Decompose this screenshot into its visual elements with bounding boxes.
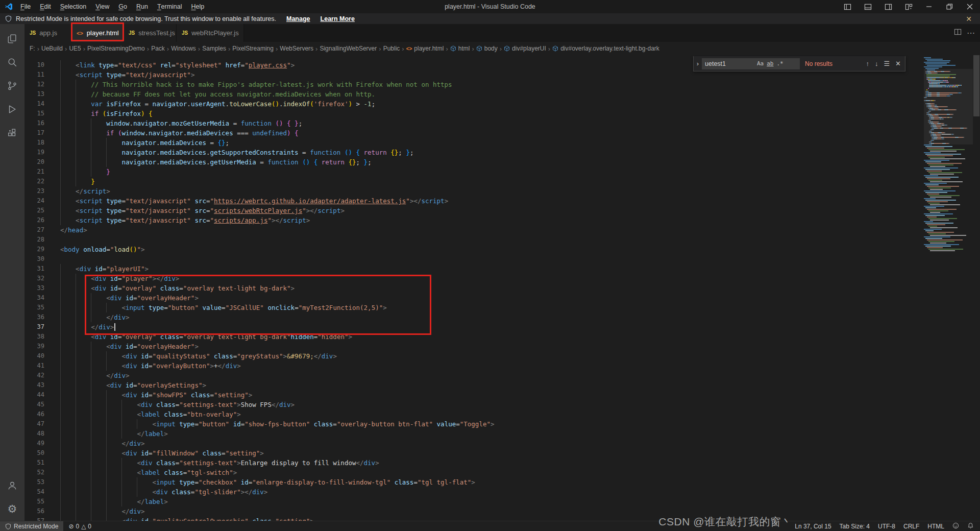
code-line-47[interactable]: 47<input type="button" id="show-fps-butt… (24, 419, 980, 429)
code-line-38[interactable]: 38<div id="overlay" class="overlay text-… (24, 332, 980, 342)
code-line-39[interactable]: 39<div id="overlayHeader"> (24, 342, 980, 351)
search-icon[interactable] (0, 51, 24, 74)
code-line-37[interactable]: 37</div> (24, 322, 980, 332)
more-actions-icon[interactable]: ⋯ (967, 28, 975, 38)
breadcrumb-symbol[interactable]: div#overlay.overlay.text-light.bg-dark (552, 45, 659, 52)
code-line-22[interactable]: 22} (24, 177, 980, 186)
code-line-57[interactable]: 57<div id="qualityControlOwnership" clas… (24, 516, 980, 521)
code-line-49[interactable]: 49</div> (24, 439, 980, 448)
code-line-30[interactable]: 30 (24, 254, 980, 264)
breadcrumb-symbol[interactable]: body (476, 45, 498, 52)
code-line-19[interactable]: 19navigator.mediaDevices.getSupportedCon… (24, 148, 980, 157)
breadcrumb-item[interactable]: PixelStreaming (232, 45, 274, 52)
customize-layout-icon[interactable] (898, 0, 919, 13)
settings-gear-icon[interactable]: ⚙ (0, 497, 24, 521)
scrollbar-thumb[interactable] (973, 55, 979, 116)
code-line-15[interactable]: 15if (isFirefox) { (24, 109, 980, 118)
breadcrumb-file[interactable]: <>player.html (406, 45, 444, 52)
toggle-secondary-sidebar-icon[interactable] (878, 0, 898, 13)
code-line-17[interactable]: 17if (window.navigator.mediaDevices === … (24, 128, 980, 138)
minimize-button[interactable] (919, 0, 939, 13)
breadcrumb-item[interactable]: Samples (202, 45, 226, 52)
breadcrumb-symbol[interactable]: div#playerUI (504, 45, 546, 52)
code-line-55[interactable]: 55</label> (24, 497, 980, 506)
language-mode-status[interactable]: HTML (927, 523, 944, 530)
learn-more-link[interactable]: Learn More (321, 15, 355, 22)
code-line-42[interactable]: 42</div> (24, 371, 980, 380)
code-line-36[interactable]: 36</div> (24, 312, 980, 322)
code-line-20[interactable]: 20navigator.mediaDevices.getUserMedia = … (24, 157, 980, 167)
code-line-50[interactable]: 50<div id="fillWindow" class="setting"> (24, 448, 980, 458)
code-line-53[interactable]: 53<input type="checkbox" id="enlarge-dis… (24, 477, 980, 487)
menu-go[interactable]: Go (114, 0, 132, 13)
code-line-40[interactable]: 40<div id="qualityStatus" class="greySta… (24, 351, 980, 361)
split-editor-icon[interactable] (954, 28, 962, 38)
code-line-14[interactable]: 14var isFirefox = navigator.userAgent.to… (24, 99, 980, 109)
code-line-46[interactable]: 46<label class="btn-overlay"> (24, 409, 980, 419)
menu-terminal[interactable]: Terminal (153, 0, 187, 13)
close-window-button[interactable] (960, 0, 980, 13)
code-line-44[interactable]: 44<div id="showFPS" class="setting"> (24, 390, 980, 400)
regex-icon[interactable]: .* (777, 60, 783, 67)
breadcrumb-item[interactable]: F: (30, 45, 35, 52)
code-line-56[interactable]: 56</div> (24, 506, 980, 516)
eol-status[interactable]: CRLF (903, 523, 919, 530)
run-debug-icon[interactable] (0, 98, 24, 121)
breadcrumb-item[interactable]: UeBuild (41, 45, 63, 52)
toggle-replace-icon[interactable]: › (694, 56, 702, 71)
code-line-54[interactable]: 54<div class="tgl-slider"></div> (24, 487, 980, 497)
code-line-32[interactable]: 32<div id="player"></div> (24, 274, 980, 283)
menu-help[interactable]: Help (187, 0, 209, 13)
breadcrumb-item[interactable]: PixelStreamingDemo (87, 45, 145, 52)
code-line-41[interactable]: 41<div id="overlayButton">+</div> (24, 361, 980, 371)
code-line-27[interactable]: 27</head> (24, 225, 980, 235)
restore-button[interactable] (939, 0, 960, 13)
encoding-status[interactable]: UTF-8 (878, 523, 895, 530)
breadcrumb-item[interactable]: WebServers (280, 45, 313, 52)
feedback-smiley-icon[interactable] (952, 522, 959, 530)
code-line-21[interactable]: 21} (24, 167, 980, 177)
code-line-16[interactable]: 16window.navigator.mozGetUserMedia = fun… (24, 118, 980, 128)
source-control-icon[interactable] (0, 74, 24, 98)
menu-file[interactable]: File (16, 0, 35, 13)
breadcrumb-item[interactable]: SignallingWebServer (320, 45, 377, 52)
code-line-25[interactable]: 25<script type="text/javascript" src="sc… (24, 206, 980, 215)
tab-webRtcPlayer.js[interactable]: JSwebRtcPlayer.js (177, 24, 244, 42)
close-banner-icon[interactable]: ✕ (966, 15, 972, 23)
vertical-scrollbar[interactable] (973, 55, 980, 521)
find-in-selection-icon[interactable]: ☰ (884, 60, 890, 67)
tab-app.js[interactable]: JSapp.js (24, 24, 71, 42)
cursor-position-status[interactable]: Ln 37, Col 15 (795, 523, 831, 530)
whole-word-icon[interactable]: ab (767, 60, 773, 67)
menu-edit[interactable]: Edit (35, 0, 56, 13)
breadcrumb-symbol[interactable]: html (450, 45, 470, 52)
tab-stressTest.js[interactable]: JSstressTest.js (124, 24, 177, 42)
toggle-panel-icon[interactable] (857, 0, 878, 13)
menu-run[interactable]: Run (132, 0, 153, 13)
code-line-43[interactable]: 43<div id="overlaySettings"> (24, 380, 980, 390)
code-line-48[interactable]: 48</label> (24, 429, 980, 439)
notifications-bell-icon[interactable] (967, 522, 974, 530)
breadcrumb-item[interactable]: Pack (151, 45, 165, 52)
code-line-52[interactable]: 52<label class="tgl-switch"> (24, 468, 980, 477)
code-line-18[interactable]: 18navigator.mediaDevices = {}; (24, 138, 980, 148)
account-icon[interactable] (0, 474, 24, 497)
toggle-sidebar-icon[interactable] (837, 0, 857, 13)
code-line-34[interactable]: 34<div id="overlayHeader"> (24, 293, 980, 303)
code-line-35[interactable]: 35<input type="button" value="JSCallUE" … (24, 303, 980, 312)
menu-view[interactable]: View (91, 0, 114, 13)
code-line-24[interactable]: 24<script type="text/javascript" src="ht… (24, 196, 980, 206)
extensions-icon[interactable] (0, 121, 24, 144)
code-line-45[interactable]: 45<div class="settings-text">Show FPS</d… (24, 400, 980, 409)
restricted-mode-status[interactable]: Restricted Mode (0, 521, 63, 531)
editor[interactable]: 10<link type="text/css" rel="stylesheet"… (24, 55, 980, 521)
code-line-29[interactable]: 29<body onload="load()"> (24, 245, 980, 254)
code-line-12[interactable]: 12// This horrible hack is to make Fippo… (24, 80, 980, 89)
breadcrumb-item[interactable]: Public (383, 45, 400, 52)
code-line-13[interactable]: 13// because FF does not let you access … (24, 89, 980, 99)
code-line-51[interactable]: 51<div class="settings-text">Enlarge dis… (24, 458, 980, 468)
match-case-icon[interactable]: Aa (757, 60, 764, 67)
tab-player.html[interactable]: <>player.html× (71, 24, 124, 42)
code-line-33[interactable]: 33<div id="overlay" class="overlay text-… (24, 283, 980, 293)
manage-link[interactable]: Manage (286, 15, 310, 22)
